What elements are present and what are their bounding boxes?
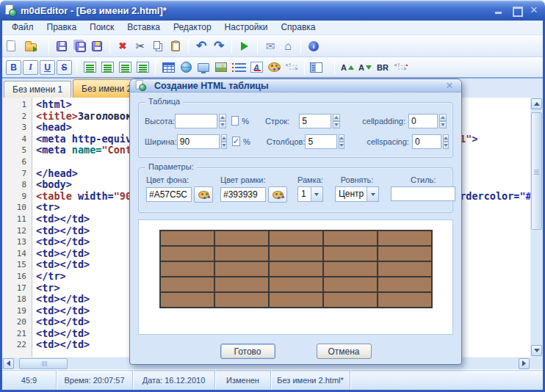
code-line[interactable]: <td></td> xyxy=(32,316,90,328)
code-line[interactable]: <td></td> xyxy=(32,339,90,351)
menu-item-5[interactable]: Редактор xyxy=(167,21,218,35)
cancel-button[interactable]: Отмена xyxy=(317,344,372,359)
code-line[interactable]: <td></td> xyxy=(32,294,90,305)
frame-select[interactable]: 1 xyxy=(297,186,323,202)
align-select[interactable]: Центр xyxy=(335,186,379,202)
align-left-button[interactable] xyxy=(81,59,98,76)
code-line[interactable]: <td></td> xyxy=(32,328,90,340)
code-line[interactable]: <tr> xyxy=(32,202,60,214)
rows-input[interactable] xyxy=(299,114,331,128)
code-line[interactable]: </head> xyxy=(32,168,78,180)
italic-button[interactable]: I xyxy=(23,60,38,75)
code-line[interactable]: <td></td> xyxy=(32,305,90,317)
insert-email-button[interactable] xyxy=(195,59,212,76)
underline-button[interactable]: U xyxy=(40,60,55,75)
redo-button[interactable] xyxy=(210,37,228,55)
columns-spinner[interactable] xyxy=(339,134,344,149)
uppercase-button[interactable] xyxy=(339,59,356,76)
maximize-icon[interactable] xyxy=(511,5,521,15)
palette-button[interactable] xyxy=(265,59,283,76)
tab-untitled-1[interactable]: Без имени 1 xyxy=(4,81,71,98)
open-file-button[interactable] xyxy=(24,37,45,55)
width-input[interactable] xyxy=(177,134,220,149)
frame-select-arrow[interactable] xyxy=(311,187,322,201)
horizontal-scroll-thumb[interactable] xyxy=(19,358,68,369)
run-in-browser-button[interactable] xyxy=(236,37,253,55)
about-button[interactable] xyxy=(305,37,322,55)
panel-view-button[interactable] xyxy=(308,59,331,76)
cellpadding-input[interactable] xyxy=(408,114,438,128)
border-color-picker-button[interactable] xyxy=(268,186,287,203)
copy-button[interactable] xyxy=(149,37,167,55)
bg-color-picker-button[interactable] xyxy=(194,186,213,203)
insert-image-button[interactable] xyxy=(212,59,230,76)
align-select-arrow[interactable] xyxy=(367,187,378,201)
code-line[interactable]: <td></td> xyxy=(32,225,90,237)
font-color-button[interactable] xyxy=(248,59,265,76)
new-document-button[interactable] xyxy=(5,37,24,55)
code-line[interactable]: <td></td> xyxy=(32,214,90,225)
code-line[interactable]: <head> xyxy=(32,122,72,134)
code-line[interactable]: </tr> xyxy=(32,271,66,283)
scroll-left-button[interactable] xyxy=(3,358,14,369)
insert-table-button[interactable] xyxy=(159,59,177,76)
height-percent-checkbox[interactable] xyxy=(231,116,239,126)
lowercase-button[interactable] xyxy=(356,59,374,76)
strikethrough-button[interactable]: S xyxy=(57,60,72,75)
scroll-down-button[interactable] xyxy=(531,345,542,356)
align-justify-button[interactable] xyxy=(134,59,151,76)
insert-list-button[interactable] xyxy=(230,59,248,76)
align-center-button[interactable] xyxy=(98,59,116,76)
save-copy-button[interactable] xyxy=(88,37,106,55)
dialog-close-icon[interactable]: ✕ xyxy=(444,80,455,92)
width-percent-checkbox[interactable] xyxy=(232,137,240,146)
code-line[interactable] xyxy=(32,156,36,168)
width-spinner[interactable] xyxy=(221,134,227,149)
bold-button[interactable]: B xyxy=(6,60,21,75)
code-line[interactable]: <html> xyxy=(32,99,72,111)
menu-item-7[interactable]: Справка xyxy=(274,21,322,35)
insert-comment-button[interactable] xyxy=(391,59,409,76)
code-line[interactable]: <tr> xyxy=(32,283,60,294)
vertical-scroll-thumb[interactable] xyxy=(531,112,542,230)
paste-button[interactable] xyxy=(167,37,184,55)
cellspacing-input[interactable] xyxy=(412,134,441,149)
email-button[interactable] xyxy=(261,37,279,55)
ok-button[interactable]: Готово xyxy=(220,344,275,359)
code-line[interactable]: <td></td> xyxy=(32,259,90,271)
scroll-right-button[interactable] xyxy=(519,358,530,369)
vertical-scrollbar[interactable] xyxy=(530,98,543,357)
code-line[interactable]: <td></td> xyxy=(32,236,90,248)
undo-button[interactable] xyxy=(192,37,210,55)
style-input[interactable] xyxy=(391,186,455,201)
menu-item-3[interactable]: Поиск xyxy=(83,21,120,35)
menu-item-4[interactable]: Вставка xyxy=(120,21,167,35)
minimize-icon[interactable] xyxy=(494,5,504,15)
title-bar[interactable]: m0dEditor - [Без имени 2.html]* ✕ xyxy=(0,0,545,21)
menu-item-2[interactable]: Правка xyxy=(40,21,84,35)
close-icon[interactable]: ✕ xyxy=(529,5,539,15)
cellpadding-spinner[interactable] xyxy=(439,114,447,128)
code-line[interactable]: <td></td> xyxy=(32,248,90,260)
height-input[interactable] xyxy=(175,114,217,128)
menu-item-1[interactable]: Файл xyxy=(5,21,40,35)
border-color-input[interactable] xyxy=(220,187,266,202)
cut-button[interactable] xyxy=(131,37,149,55)
rows-spinner[interactable] xyxy=(333,114,340,128)
menu-item-6[interactable]: Настройки xyxy=(218,21,275,35)
home-button[interactable] xyxy=(279,37,297,55)
code-line[interactable]: <body> xyxy=(32,179,72,191)
insert-link-button[interactable] xyxy=(177,59,195,76)
cellspacing-spinner[interactable] xyxy=(443,134,449,149)
save-button[interactable] xyxy=(53,37,71,55)
dialog-title-bar[interactable]: Создание HTML таблицы ✕ xyxy=(130,79,461,92)
save-all-button[interactable] xyxy=(71,37,88,55)
delete-button[interactable] xyxy=(114,37,131,55)
insert-code-button[interactable] xyxy=(283,59,300,76)
scroll-up-button[interactable] xyxy=(531,98,542,109)
height-spinner[interactable] xyxy=(219,114,226,128)
align-right-button[interactable] xyxy=(116,59,134,76)
insert-br-button[interactable]: BR xyxy=(374,59,391,76)
bg-color-input[interactable] xyxy=(146,187,192,202)
columns-input[interactable] xyxy=(305,134,337,149)
